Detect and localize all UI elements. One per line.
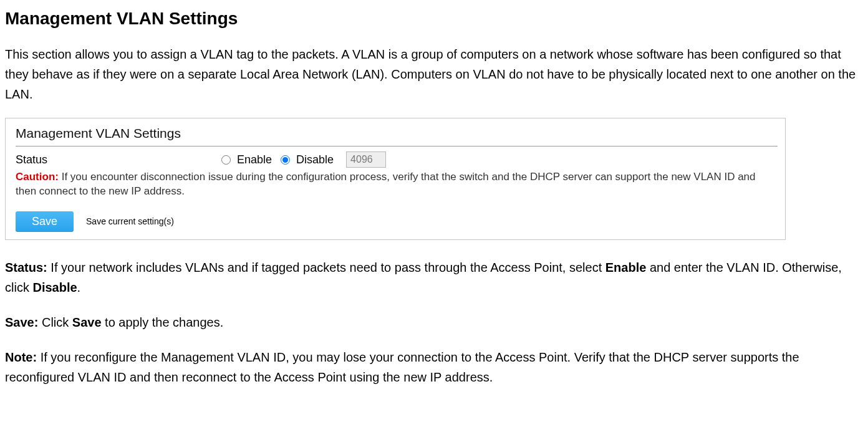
note-block: Note: If you reconfigure the Management … — [5, 347, 863, 387]
save-desc-bold: Save — [72, 315, 102, 329]
page-heading: Management VLAN Settings — [5, 5, 863, 33]
status-desc-disable: Disable — [32, 281, 77, 294]
radio-enable[interactable] — [221, 155, 231, 165]
intro-paragraph: This section allows you to assign a VLAN… — [5, 44, 863, 104]
radio-enable-label[interactable]: Enable — [237, 152, 272, 167]
vlan-id-input[interactable] — [346, 151, 386, 168]
radio-disable[interactable] — [281, 155, 290, 165]
status-desc-pre: If your network includes VLANs and if ta… — [47, 261, 605, 274]
status-desc-enable: Enable — [605, 261, 647, 274]
save-description-block: Save: Click Save to apply the changes. — [5, 312, 863, 332]
status-desc-post: . — [77, 281, 81, 294]
note-label: Note: — [5, 350, 37, 364]
panel-divider — [16, 146, 778, 146]
note-text: If you reconfigure the Management VLAN I… — [5, 350, 799, 384]
status-desc-label: Status: — [5, 261, 47, 274]
save-description: Save current setting(s) — [86, 216, 174, 228]
save-desc-pre: Click — [38, 315, 72, 329]
panel-title: Management VLAN Settings — [16, 125, 778, 142]
status-radio-group: Enable Disable — [221, 151, 386, 168]
save-desc-post: to apply the changes. — [102, 315, 224, 329]
save-desc-label: Save: — [5, 315, 38, 329]
status-label: Status — [16, 152, 221, 167]
caution-line: Caution: If you encounter disconnection … — [16, 170, 778, 199]
caution-label: Caution: — [16, 171, 59, 183]
status-description: Status: If your network includes VLANs a… — [5, 257, 863, 297]
vlan-settings-panel: Management VLAN Settings Status Enable D… — [5, 118, 786, 240]
caution-text: If you encounter disconnection issue dur… — [16, 171, 756, 197]
save-button[interactable]: Save — [16, 211, 74, 232]
status-row: Status Enable Disable — [16, 151, 778, 168]
radio-disable-label[interactable]: Disable — [296, 152, 334, 167]
save-row: Save Save current setting(s) — [16, 211, 778, 232]
